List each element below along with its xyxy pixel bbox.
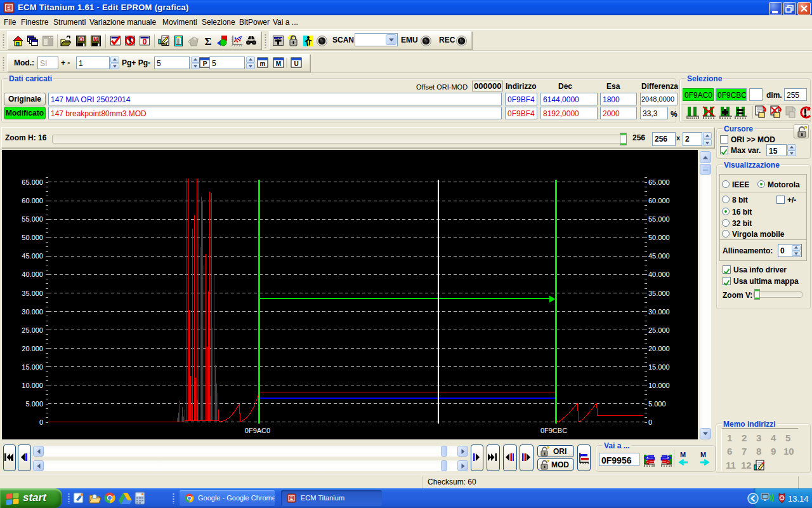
svg-text:65.000: 65.000: [22, 178, 43, 186]
svg-text:45.000: 45.000: [22, 252, 43, 260]
svg-text:M: M: [276, 60, 281, 67]
svg-text:P: P: [203, 60, 207, 67]
svg-text:10.000: 10.000: [648, 382, 670, 389]
svg-text:M: M: [93, 36, 98, 43]
svg-text:40.000: 40.000: [648, 271, 670, 278]
svg-text:65.000: 65.000: [648, 178, 670, 186]
svg-text:10.000: 10.000: [22, 382, 43, 389]
svg-text:O: O: [79, 36, 83, 43]
svg-text:0F9AC0: 0F9AC0: [245, 427, 270, 434]
svg-text:13.14: 13.14: [788, 494, 809, 504]
svg-text:20.000: 20.000: [22, 345, 43, 352]
svg-text:0: 0: [143, 37, 147, 46]
svg-text:5.000: 5.000: [648, 400, 666, 408]
svg-text:U: U: [294, 60, 298, 67]
svg-text:35.000: 35.000: [648, 290, 670, 297]
svg-text:m: m: [260, 60, 266, 67]
svg-text:0F9CBC: 0F9CBC: [540, 427, 567, 434]
svg-text:50.000: 50.000: [648, 234, 670, 241]
svg-text:15.000: 15.000: [22, 363, 43, 371]
svg-text:0: 0: [39, 418, 43, 426]
svg-text:50.000: 50.000: [22, 234, 43, 241]
svg-text:25.000: 25.000: [648, 326, 670, 334]
svg-text:35.000: 35.000: [22, 290, 43, 297]
svg-text:M: M: [680, 451, 686, 458]
svg-text:25.000: 25.000: [22, 326, 43, 334]
svg-text:55.000: 55.000: [22, 215, 43, 223]
svg-text:30.000: 30.000: [648, 308, 670, 316]
svg-text:20.000: 20.000: [648, 345, 670, 352]
svg-text:55.000: 55.000: [648, 215, 670, 223]
svg-text:30.000: 30.000: [22, 308, 43, 316]
svg-text:60.000: 60.000: [648, 197, 670, 204]
svg-text:45.000: 45.000: [648, 252, 670, 260]
svg-text:15.000: 15.000: [648, 363, 670, 371]
svg-text:60.000: 60.000: [22, 197, 43, 204]
svg-text:5.000: 5.000: [25, 400, 43, 408]
svg-text:0: 0: [648, 418, 652, 426]
svg-text:Σ: Σ: [204, 36, 211, 48]
svg-text:M: M: [700, 451, 706, 458]
svg-text:40.000: 40.000: [22, 271, 43, 278]
